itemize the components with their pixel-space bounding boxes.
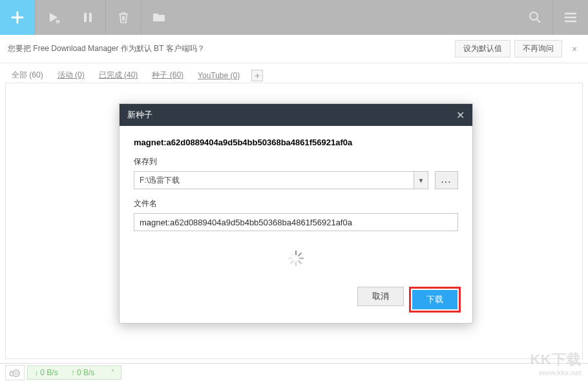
speed-status[interactable]: ↓ 0 B/s ↑ 0 B/s ˄ [27,366,121,380]
tab-active[interactable]: 活动 (0) [55,68,87,82]
tab-youtube[interactable]: YouTube (0) [195,70,242,81]
search-button[interactable] [518,0,552,35]
loading-spinner-icon [134,240,458,276]
filename-input[interactable] [134,213,458,231]
svg-rect-3 [89,13,92,22]
tab-completed[interactable]: 已完成 (40) [96,68,141,82]
snail-mode-button[interactable] [5,365,25,380]
svg-point-13 [13,370,19,376]
add-button[interactable] [0,0,35,35]
set-default-button[interactable]: 设为默认值 [455,40,510,57]
cancel-button[interactable]: 取消 [357,287,404,306]
save-to-label: 保存到 [134,156,458,167]
svg-line-10 [291,261,293,263]
tab-all[interactable]: 全部 (60) [9,68,46,82]
dialog-footer: 取消 下载 [120,280,472,323]
svg-line-8 [299,261,301,263]
svg-rect-0 [56,20,58,23]
new-torrent-dialog: 新种子 ✕ magnet:a62d0889404a9d5b4bb50368ba4… [119,103,473,324]
main-toolbar [0,0,588,35]
svg-rect-1 [58,20,59,23]
upload-speed: ↑ 0 B/s [71,368,95,377]
banner-text: 您要把 Free Download Manager 作为默认 BT 客户端吗？ [8,43,451,54]
start-button[interactable] [36,0,70,35]
download-button[interactable]: 下载 [412,290,457,309]
add-tab-button[interactable]: + [251,70,263,81]
svg-rect-2 [84,13,87,22]
delete-button[interactable] [106,0,141,35]
download-speed: ↓ 0 B/s [34,368,58,377]
save-path-select[interactable]: F:\迅雷下载 ▼ [134,171,428,189]
filename-label: 文件名 [134,198,458,209]
dialog-title: 新种子 [127,109,456,121]
close-icon[interactable]: ✕ [456,109,465,121]
save-path-value: F:\迅雷下载 [134,172,414,189]
chevron-up-icon: ˄ [111,369,114,376]
dialog-header: 新种子 ✕ [120,104,472,126]
menu-button[interactable] [553,0,588,35]
svg-line-6 [299,253,301,256]
close-icon[interactable]: × [569,44,580,54]
status-bar: ↓ 0 B/s ↑ 0 B/s ˄ [0,363,588,381]
magnet-link-text: magnet:a62d0889404a9d5b4bb50368ba4861f56… [134,138,458,147]
folder-button[interactable] [142,0,176,35]
pause-button[interactable] [70,0,105,35]
tab-torrents[interactable]: 种子 (60) [149,68,186,82]
svg-point-14 [15,372,17,375]
no-ask-button[interactable]: 不再询问 [514,40,562,57]
svg-line-12 [291,253,293,256]
browse-button[interactable]: ... [435,171,458,189]
svg-point-4 [530,12,538,20]
chevron-down-icon[interactable]: ▼ [414,172,428,189]
default-client-banner: 您要把 Free Download Manager 作为默认 BT 客户端吗？ … [0,35,588,63]
download-button-highlight: 下载 [409,287,461,313]
